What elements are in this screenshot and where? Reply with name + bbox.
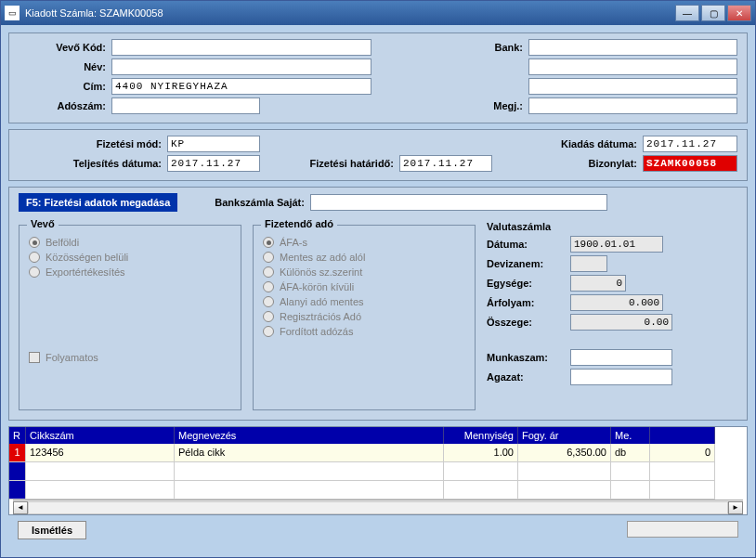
window-title: Kiadott Számla: SZAMK00058 <box>25 7 675 19</box>
valuta-deviza-input[interactable] <box>570 255 607 272</box>
cell-cikkszam[interactable]: 123456 <box>26 444 175 462</box>
munkaszam-input[interactable] <box>570 349 672 366</box>
valuta-arfolyam-input[interactable] <box>570 294 663 311</box>
megj-input[interactable] <box>528 97 737 114</box>
row-selector[interactable] <box>9 462 26 481</box>
close-button[interactable]: ✕ <box>727 5 751 21</box>
footer-field[interactable] <box>627 521 738 538</box>
details-panel: F5: Fizetési adatok megadása Bankszámla … <box>8 187 748 421</box>
telj-input[interactable] <box>167 155 260 172</box>
megj-label: Megj.: <box>473 100 528 111</box>
bizonylat-label: Bizonylat: <box>573 158 643 169</box>
kiadas-input[interactable] <box>643 136 737 152</box>
bank2-input[interactable] <box>528 58 737 75</box>
cell-megnevezes[interactable]: Példa cikk <box>175 444 444 462</box>
cell-me[interactable]: db <box>611 444 650 462</box>
bizonylat-input[interactable] <box>643 155 737 172</box>
radio-mentes[interactable]: Mentes az adó alól <box>263 252 465 263</box>
cell-empty[interactable] <box>26 462 175 481</box>
radio-icon <box>263 252 274 263</box>
cell-empty[interactable] <box>444 481 518 500</box>
adoszam-label: Adószám: <box>19 100 111 111</box>
col-me[interactable]: Me. <box>611 427 650 444</box>
radio-icon <box>29 252 40 263</box>
radio-regisztracios[interactable]: Regisztrációs Adó <box>263 311 465 322</box>
cell-empty[interactable] <box>518 481 611 500</box>
cell-empty[interactable] <box>650 462 715 481</box>
scroll-right-icon[interactable]: ► <box>728 501 743 514</box>
maximize-button[interactable]: ▢ <box>701 5 725 21</box>
hatarido-input[interactable] <box>399 155 492 172</box>
cell-fogyar[interactable]: 6,350.00 <box>518 444 611 462</box>
radio-kulonos[interactable]: Különös sz.szerint <box>263 266 465 278</box>
radio-forditott[interactable]: Fordított adózás <box>263 326 465 337</box>
cell-empty[interactable] <box>444 462 518 481</box>
bank-input[interactable] <box>528 39 737 56</box>
radio-icon <box>263 266 274 278</box>
radio-icon <box>29 266 40 278</box>
f5-label[interactable]: F5: Fizetési adatok megadása <box>19 193 177 212</box>
col-last[interactable] <box>650 427 715 444</box>
nev-label: Név: <box>19 61 111 72</box>
radio-icon <box>29 237 40 248</box>
cell-empty[interactable] <box>175 462 444 481</box>
col-fogyar[interactable]: Fogy. ár <box>518 427 611 444</box>
minimize-button[interactable]: ― <box>675 5 699 21</box>
telj-label: Teljesítés dátuma: <box>19 158 167 169</box>
valuta-osszeg-input[interactable] <box>570 314 672 331</box>
bank3-input[interactable] <box>528 78 737 95</box>
valuta-datum-label: Dátuma: <box>487 239 570 250</box>
scroll-track[interactable] <box>28 501 728 514</box>
banksz-input[interactable] <box>310 194 607 211</box>
radio-icon <box>263 296 274 307</box>
vevo-kod-label: Vevő Kód: <box>19 42 111 53</box>
nev-input[interactable] <box>111 58 371 75</box>
titlebar[interactable]: ▭ Kiadott Számla: SZAMK00058 ― ▢ ✕ <box>1 1 755 25</box>
col-cikkszam[interactable]: Cikkszám <box>26 427 175 444</box>
radio-kozossegen[interactable]: Közösségen belüli <box>29 252 231 263</box>
cell-empty[interactable] <box>611 462 650 481</box>
fizmod-label: Fizetési mód: <box>19 138 167 149</box>
row-selector[interactable]: 1 <box>9 444 26 462</box>
scroll-left-icon[interactable]: ◄ <box>13 501 28 514</box>
cell-last[interactable]: 0 <box>650 444 715 462</box>
munkaszam-label: Munkaszam: <box>487 352 570 363</box>
radio-export[interactable]: Exportértékesítés <box>29 266 231 278</box>
valuta-datum-input[interactable] <box>570 236 663 253</box>
vevo-group-title: Vevő <box>27 218 59 229</box>
col-mennyiseg[interactable]: Mennyiség <box>444 427 518 444</box>
adoszam-input[interactable] <box>111 97 260 114</box>
radio-belfoldi[interactable]: Belföldi <box>29 237 231 248</box>
valuta-egyseg-input[interactable] <box>570 275 626 292</box>
cim-label: Cím: <box>19 81 111 92</box>
ismetles-button[interactable]: Ismétlés <box>18 521 86 539</box>
radio-alanyi[interactable]: Alanyi adó mentes <box>263 296 465 307</box>
app-icon: ▭ <box>5 6 20 20</box>
cell-empty[interactable] <box>650 481 715 500</box>
radio-afas[interactable]: ÁFA-s <box>263 237 465 248</box>
bank-label: Bank: <box>473 42 528 53</box>
cell-empty[interactable] <box>518 462 611 481</box>
cell-empty[interactable] <box>175 481 444 500</box>
cell-empty[interactable] <box>26 481 175 500</box>
valuta-group: Valutaszámla Dátuma: Devizanem: Egysége:… <box>487 217 700 410</box>
radio-icon <box>263 311 274 322</box>
agazat-input[interactable] <box>570 369 672 385</box>
cell-empty[interactable] <box>611 481 650 500</box>
fizmod-input[interactable] <box>167 136 260 152</box>
check-folyamatos[interactable]: Folyamatos <box>29 352 231 363</box>
radio-afakoron[interactable]: ÁFA-körön kívüli <box>263 281 465 292</box>
cim-input[interactable] <box>111 78 371 95</box>
agazat-label: Agazat: <box>487 371 570 383</box>
payment-panel: Fizetési mód: Kiadás dátuma: Teljesítés … <box>8 129 748 181</box>
cell-mennyiseg[interactable]: 1.00 <box>444 444 518 462</box>
col-r[interactable]: R <box>9 427 26 444</box>
valuta-arfolyam-label: Árfolyam: <box>487 297 570 308</box>
vevo-kod-input[interactable] <box>111 39 371 56</box>
customer-panel: Vevő Kód: Bank: Név: Cím: Adószám: <box>8 32 748 123</box>
checkbox-icon <box>29 352 40 363</box>
row-selector[interactable] <box>9 481 26 500</box>
col-megnevezes[interactable]: Megnevezés <box>175 427 444 444</box>
radio-icon <box>263 326 274 337</box>
horizontal-scrollbar[interactable]: ◄ ► <box>13 500 743 514</box>
